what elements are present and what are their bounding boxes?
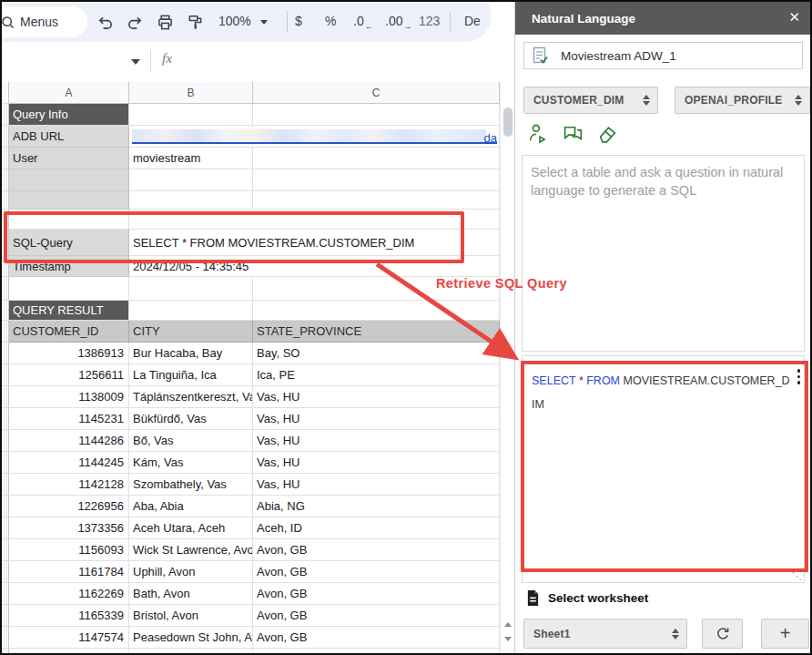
cell-state-province[interactable]: Vas, HU <box>253 452 500 474</box>
cell-empty[interactable] <box>129 191 253 210</box>
row-header[interactable] <box>2 364 9 386</box>
cell-empty[interactable] <box>253 277 500 301</box>
cell-customer-id[interactable]: 1144245 <box>9 452 129 474</box>
cell-state-province[interactable]: Avon, GB <box>253 539 500 561</box>
column-header-b[interactable]: B <box>129 82 253 104</box>
cell-customer-id[interactable]: 1256611 <box>9 364 129 386</box>
row-header[interactable] <box>2 496 9 517</box>
cell-empty[interactable] <box>129 301 253 321</box>
print-button[interactable] <box>155 12 175 32</box>
scroll-up-button[interactable] <box>502 619 514 629</box>
result-column-state-province[interactable]: STATE_PROVINCE <box>253 321 500 343</box>
refresh-button[interactable] <box>702 619 743 649</box>
cell-empty[interactable] <box>253 301 500 321</box>
cell-adb-url-value[interactable]: da <box>129 126 500 148</box>
cell-empty[interactable] <box>253 169 500 191</box>
cell-state-province[interactable]: Avon, GB <box>253 605 500 627</box>
cell-city[interactable]: La Tinguiña, Ica <box>129 364 253 386</box>
cell-sql-query-value[interactable]: SELECT * FROM MOVIESTREAM.CUSTOMER_DIM <box>129 230 500 256</box>
cell-city[interactable]: Kám, Vas <box>129 452 253 474</box>
row-header[interactable] <box>2 408 9 430</box>
cell-empty[interactable] <box>253 104 500 126</box>
close-icon[interactable]: ✕ <box>788 9 800 26</box>
chat-button[interactable] <box>561 121 584 145</box>
row-header[interactable] <box>2 627 9 649</box>
result-column-customer-id[interactable]: CUSTOMER_ID <box>9 321 129 343</box>
cell-user-value[interactable]: moviestream <box>129 148 253 169</box>
cell-empty[interactable] <box>129 104 253 126</box>
run-user-button[interactable] <box>526 121 550 145</box>
name-box-dropdown[interactable] <box>131 59 140 65</box>
row-header[interactable] <box>2 605 9 627</box>
cell-city[interactable]: Bő, Vas <box>129 430 253 452</box>
cell-timestamp-value[interactable]: 2024/12/05 - 14:35:45 <box>129 256 500 277</box>
row-header[interactable] <box>2 649 9 653</box>
cell-customer-id[interactable]: 1165339 <box>9 605 129 627</box>
table-select[interactable]: CUSTOMER_DIM <box>523 87 658 114</box>
cell-state-province[interactable]: Abia, NG <box>253 496 500 517</box>
row-header[interactable] <box>2 539 9 561</box>
cell-state-province[interactable]: Aceh, ID <box>253 517 500 539</box>
cell-city[interactable]: Uphill, Avon <box>129 561 253 583</box>
cell-city[interactable]: Shepton, Avon <box>129 649 253 653</box>
cell-customer-id[interactable]: 1386913 <box>9 343 129 364</box>
cell-customer-id[interactable]: 1147574 <box>9 627 129 649</box>
increase-decimal-button[interactable]: .00→ <box>385 14 411 31</box>
cell-state-province[interactable]: Bay, SO <box>253 343 500 364</box>
cell-state-province[interactable]: Ica, PE <box>253 364 500 386</box>
cell-customer-id[interactable]: 1145231 <box>9 408 129 430</box>
cell-city[interactable]: Aba, Abia <box>129 496 253 517</box>
row-header[interactable] <box>2 386 9 408</box>
format-percent-button[interactable]: % <box>325 14 336 28</box>
cell-customer-id[interactable]: 1142128 <box>9 474 129 496</box>
cell-city[interactable]: Peasedown St John, Avon <box>129 627 253 649</box>
cell-city[interactable]: Bristol, Avon <box>129 605 253 627</box>
cell-city[interactable]: Bur Hacaba, Bay <box>129 343 253 364</box>
cell-query-result-label[interactable]: QUERY RESULT <box>9 301 129 321</box>
cell-city[interactable]: Szombathely, Vas <box>129 474 253 496</box>
row-header[interactable] <box>2 210 9 230</box>
cell-customer-id[interactable]: 1161784 <box>9 561 129 583</box>
cell-customer-id[interactable]: 1162269 <box>9 583 129 605</box>
redo-button[interactable] <box>125 12 145 32</box>
cell-state-province[interactable]: Avon, GB <box>253 627 500 649</box>
row-header[interactable] <box>2 169 9 191</box>
cell-customer-id[interactable]: 1226956 <box>9 496 129 517</box>
row-header[interactable] <box>2 301 9 321</box>
column-header-a[interactable]: A <box>9 82 129 104</box>
undo-button[interactable] <box>95 12 115 32</box>
format-currency-button[interactable]: $ <box>295 14 302 28</box>
cell-customer-id[interactable]: 1156093 <box>9 539 129 561</box>
row-header[interactable] <box>2 343 9 364</box>
cell-query-info-label[interactable]: Query Info <box>9 104 129 126</box>
cell-state-province[interactable]: Vas, HU <box>253 386 500 408</box>
row-header[interactable] <box>2 277 9 301</box>
row-header[interactable] <box>2 452 9 474</box>
zoom-control[interactable]: 100% <box>218 14 268 28</box>
cell-empty[interactable] <box>253 148 500 169</box>
row-header[interactable] <box>2 474 9 496</box>
cell-state-province[interactable]: Vas, HU <box>253 430 500 452</box>
cell-city[interactable]: Táplánszentkereszt, Vas <box>129 386 253 408</box>
worksheet-select[interactable]: Sheet1 <box>523 619 687 649</box>
scrollbar-thumb[interactable] <box>503 107 513 137</box>
cell-customer-id[interactable]: 1150932 <box>9 649 129 653</box>
cell-timestamp-label[interactable]: Timestamp <box>9 256 129 277</box>
clear-button[interactable] <box>595 121 619 145</box>
cell-user-label[interactable]: User <box>9 148 129 169</box>
sql-result-box[interactable]: SELECT * FROM MOVIESTREAM.CUSTOMER_DIM ⋱ <box>522 355 805 583</box>
row-header[interactable] <box>2 148 9 169</box>
number-format-button[interactable]: 123 <box>419 14 440 28</box>
kebab-menu-icon[interactable] <box>797 369 801 384</box>
cell-state-province[interactable]: Avon, GB <box>253 649 500 653</box>
cell-empty[interactable] <box>9 210 129 230</box>
row-header[interactable] <box>2 230 9 256</box>
cell-empty[interactable] <box>9 169 129 191</box>
row-header[interactable] <box>2 561 9 583</box>
cell-empty[interactable] <box>9 277 129 301</box>
cell-empty[interactable] <box>129 169 253 191</box>
cell-customer-id[interactable]: 1144286 <box>9 430 129 452</box>
cell-city[interactable]: Bath, Avon <box>129 583 253 605</box>
result-column-city[interactable]: CITY <box>129 321 253 343</box>
cell-state-province[interactable]: Vas, HU <box>253 474 500 496</box>
